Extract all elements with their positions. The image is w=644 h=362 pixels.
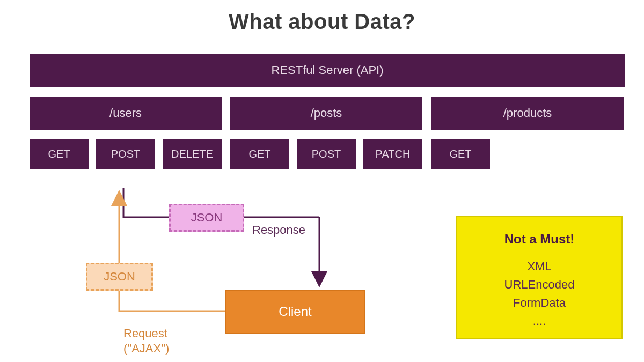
method-posts-patch: PATCH	[363, 139, 422, 169]
method-users-post: POST	[96, 139, 155, 169]
method-users-get: GET	[30, 139, 89, 169]
request-label: Request ("AJAX")	[123, 326, 169, 356]
response-label: Response	[252, 223, 305, 237]
note-title: Not a Must!	[473, 232, 605, 247]
routes-row: /users /posts /products	[30, 97, 625, 130]
method-group-users: GET POST DELETE	[30, 139, 222, 169]
note-item-ellipsis: ....	[473, 312, 605, 330]
method-group-posts: GET POST PATCH	[230, 139, 422, 169]
request-format-box: JSON	[86, 263, 153, 291]
methods-row: GET POST DELETE GET POST PATCH GET	[30, 139, 625, 169]
method-group-products: GET	[431, 139, 624, 169]
diagram-container: RESTful Server (API) /users /posts /prod…	[30, 54, 628, 169]
client-box: Client	[225, 290, 365, 334]
note-box: Not a Must! XML URLEncoded FormData ....	[456, 216, 623, 339]
route-posts: /posts	[230, 97, 422, 130]
method-products-get: GET	[431, 139, 490, 169]
request-label-line2: ("AJAX")	[123, 342, 169, 355]
route-users: /users	[30, 97, 222, 130]
route-products: /products	[431, 97, 624, 130]
method-posts-get: GET	[230, 139, 289, 169]
server-bar: RESTful Server (API)	[30, 54, 625, 87]
page-title: What about Data?	[0, 10, 644, 34]
response-format-box: JSON	[169, 204, 244, 232]
note-list: XML URLEncoded FormData ....	[473, 257, 605, 330]
note-item-urlencoded: URLEncoded	[473, 276, 605, 294]
note-item-xml: XML	[473, 257, 605, 276]
note-item-formdata: FormData	[473, 294, 605, 312]
method-posts-post: POST	[297, 139, 356, 169]
request-label-line1: Request	[123, 327, 167, 340]
method-users-delete: DELETE	[163, 139, 222, 169]
